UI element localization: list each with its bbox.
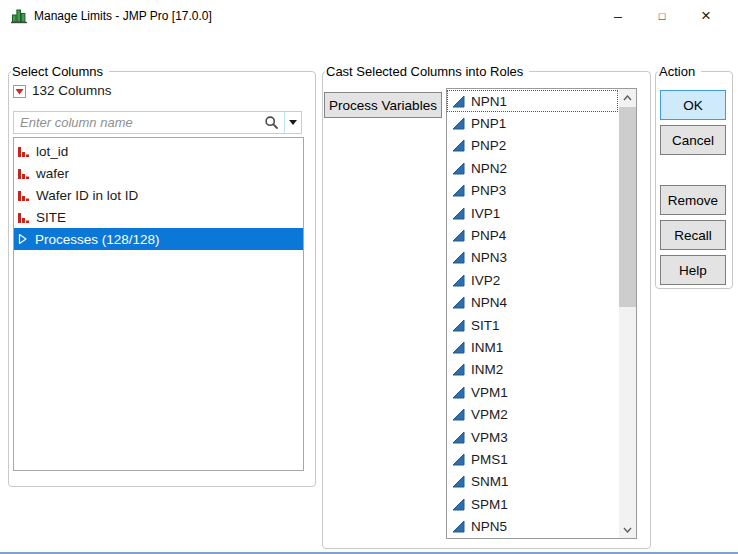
role-list-item[interactable]: VPM3 xyxy=(447,426,618,448)
help-button[interactable]: Help xyxy=(660,255,726,285)
column-label: lot_id xyxy=(36,144,68,159)
maximize-button[interactable]: □ xyxy=(640,0,684,33)
role-list-item[interactable]: INM2 xyxy=(447,359,618,381)
role-item-label: VPM3 xyxy=(471,430,508,445)
close-button[interactable]: × xyxy=(684,0,728,32)
role-list-item[interactable]: SNM1 xyxy=(447,471,618,493)
continuous-column-icon xyxy=(452,184,465,197)
cast-roles-legend: Cast Selected Columns into Roles xyxy=(325,63,529,80)
role-list-item[interactable]: SIT1 xyxy=(447,314,618,336)
continuous-column-icon xyxy=(452,520,465,533)
continuous-column-icon xyxy=(452,95,465,108)
select-columns-list[interactable]: lot_idwaferWafer ID in lot IDSITEProcess… xyxy=(13,137,304,471)
process-variables-list[interactable]: NPN1PNP1PNP2NPN2PNP3IVP1PNP4NPN3IVP2NPN4… xyxy=(446,88,637,539)
remove-button[interactable]: Remove xyxy=(660,185,726,215)
role-list-item[interactable]: VPM1 xyxy=(447,381,618,403)
column-list-item[interactable]: SITE xyxy=(14,206,303,228)
process-variables-button[interactable]: Process Variables xyxy=(324,92,442,118)
role-item-label: NPN5 xyxy=(471,519,507,534)
role-item-label: INM1 xyxy=(471,340,503,355)
continuous-column-icon xyxy=(452,319,465,332)
recall-button[interactable]: Recall xyxy=(660,220,726,250)
role-item-label: NPN3 xyxy=(471,250,507,265)
window-controls: – □ × xyxy=(596,0,728,32)
scrollbar-thumb[interactable] xyxy=(619,107,636,307)
role-item-label: PNP3 xyxy=(471,183,506,198)
role-item-label: SNM1 xyxy=(471,474,509,489)
expand-chevron-icon xyxy=(16,233,29,246)
cancel-button[interactable]: Cancel xyxy=(660,125,726,155)
column-list-item[interactable]: Wafer ID in lot ID xyxy=(14,184,303,206)
role-item-label: VPM2 xyxy=(471,407,508,422)
continuous-column-icon xyxy=(452,274,465,287)
continuous-column-icon xyxy=(452,117,465,130)
select-columns-legend: Select Columns xyxy=(11,63,109,80)
column-label: wafer xyxy=(36,166,69,181)
ok-button[interactable]: OK xyxy=(660,90,726,120)
role-item-label: INM2 xyxy=(471,362,503,377)
role-list-item[interactable]: PNP1 xyxy=(447,112,618,134)
red-triangle-icon xyxy=(14,86,25,97)
column-search-box xyxy=(13,111,302,134)
continuous-column-icon xyxy=(452,296,465,309)
role-list-item[interactable]: IVP2 xyxy=(447,269,618,291)
continuous-column-icon xyxy=(452,386,465,399)
continuous-column-icon xyxy=(452,162,465,175)
continuous-column-icon xyxy=(452,363,465,376)
scroll-down-icon[interactable] xyxy=(619,521,636,538)
scrollbar[interactable] xyxy=(619,89,636,538)
role-list-item[interactable]: PNP2 xyxy=(447,135,618,157)
role-item-label: IVP1 xyxy=(471,206,500,221)
role-list-item[interactable]: PMS1 xyxy=(447,448,618,470)
role-list-item[interactable]: NPN2 xyxy=(447,157,618,179)
role-item-label: SIT1 xyxy=(471,318,500,333)
search-icon xyxy=(258,112,284,133)
continuous-column-icon xyxy=(452,251,465,264)
role-item-label: NPN2 xyxy=(471,161,507,176)
continuous-column-icon xyxy=(452,453,465,466)
column-list-item[interactable]: lot_id xyxy=(14,140,303,162)
continuous-column-icon xyxy=(452,341,465,354)
minimize-button[interactable]: – xyxy=(596,0,640,32)
continuous-column-icon xyxy=(452,229,465,242)
role-item-label: VPM1 xyxy=(471,385,508,400)
role-item-label: PNP1 xyxy=(471,116,506,131)
role-item-label: PNP4 xyxy=(471,228,506,243)
continuous-column-icon xyxy=(452,207,465,220)
column-list-item[interactable]: wafer xyxy=(14,162,303,184)
role-list-item[interactable]: NPN5 xyxy=(447,515,618,537)
nominal-column-icon xyxy=(17,145,30,158)
column-label: SITE xyxy=(36,210,66,225)
column-label: Wafer ID in lot ID xyxy=(36,188,138,203)
continuous-column-icon xyxy=(452,408,465,421)
continuous-column-icon xyxy=(452,431,465,444)
role-item-label: SPM1 xyxy=(471,497,508,512)
role-item-label: IVP2 xyxy=(471,273,500,288)
role-list-item[interactable]: IVP1 xyxy=(447,202,618,224)
search-options-dropdown[interactable] xyxy=(285,112,301,133)
nominal-column-icon xyxy=(17,167,30,180)
red-triangle-menu-button[interactable] xyxy=(13,85,26,98)
continuous-column-icon xyxy=(452,498,465,511)
column-list-item-selected[interactable]: Processes (128/128) xyxy=(14,228,303,250)
role-item-label: NPN1 xyxy=(471,94,507,109)
window-title: Manage Limits - JMP Pro [17.0.0] xyxy=(34,0,212,32)
role-item-label: PMS1 xyxy=(471,452,508,467)
column-search-input[interactable] xyxy=(14,112,258,133)
scroll-up-icon[interactable] xyxy=(619,89,636,106)
role-list-item[interactable]: NPN1 xyxy=(447,90,618,112)
role-list-item[interactable]: NPN4 xyxy=(447,292,618,314)
action-legend: Action xyxy=(658,63,701,80)
role-list-item[interactable]: PNP3 xyxy=(447,180,618,202)
nominal-column-icon xyxy=(17,189,30,202)
role-list-item[interactable]: VPM2 xyxy=(447,403,618,425)
role-list-item[interactable]: INM1 xyxy=(447,336,618,358)
role-list-item[interactable]: PNP4 xyxy=(447,224,618,246)
continuous-column-icon xyxy=(452,475,465,488)
role-list-item[interactable]: SPM1 xyxy=(447,493,618,515)
nominal-column-icon xyxy=(17,211,30,224)
chevron-down-icon xyxy=(289,120,297,125)
columns-count-label: 132 Columns xyxy=(32,83,112,98)
jmp-app-icon xyxy=(10,7,28,25)
role-list-item[interactable]: NPN3 xyxy=(447,247,618,269)
